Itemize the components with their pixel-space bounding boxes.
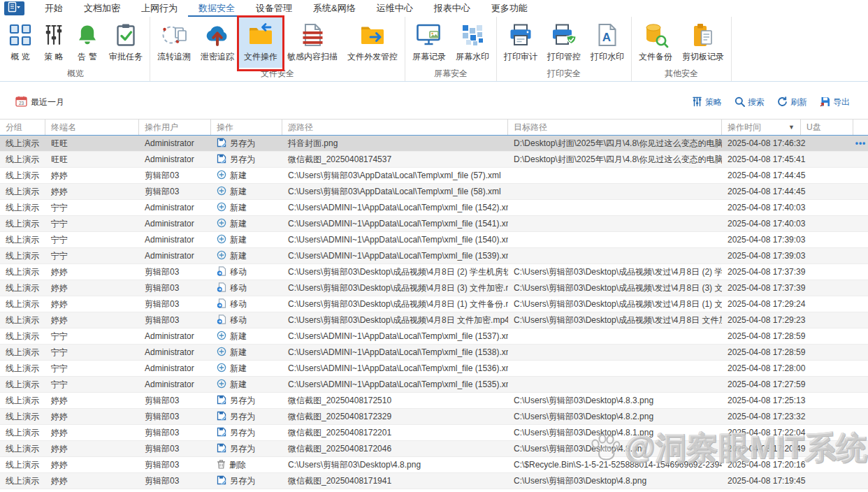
table-row[interactable]: 线上演示婷婷剪辑部03删除C:\Users\剪辑部03\Desktop\4.8.…	[0, 457, 868, 473]
ribbon-button-sensitive-scan[interactable]: 敏感内容扫描	[282, 17, 342, 68]
cell-target-path: C:\Users\剪辑部03\Desktop\4.8.png	[508, 441, 722, 456]
toolbar-action-search[interactable]: 搜索	[735, 96, 765, 109]
ribbon-button-file-backup[interactable]: 文件备份	[634, 17, 677, 68]
tab-more-features[interactable]: 更多功能	[481, 0, 538, 17]
cell-target-path: C:\Users\剪辑部03\Desktop\成品视频\发过\4月8日 (2) …	[508, 264, 722, 280]
column-header-operation[interactable]: 操作	[211, 120, 282, 135]
toolbar-action-export[interactable]: 导出	[820, 96, 850, 109]
cell-operation: 新建	[211, 216, 282, 231]
ribbon-button-print-control[interactable]: 打印管控	[542, 17, 586, 68]
table-row[interactable]: 线上演示婷婷剪辑部03新建C:\Users\剪辑部03\AppData\Loca…	[0, 184, 868, 200]
table-row[interactable]: 线上演示婷婷剪辑部03另存为微信截图_20250408172046C:\User…	[0, 441, 868, 457]
ribbon-group-items: 屏幕记录屏幕水印	[407, 17, 494, 68]
ribbon-button-print-watermark[interactable]: A打印水印	[586, 17, 629, 68]
table-row[interactable]: 线上演示宁宁Administrator新建C:\Users\ADMINI~1\A…	[0, 200, 868, 216]
new-icon	[217, 218, 226, 230]
tab-doc-encryption[interactable]: 文档加密	[73, 0, 131, 17]
row-actions-button[interactable]: •••	[853, 136, 868, 151]
column-header-group[interactable]: 分组	[0, 120, 45, 135]
table-row[interactable]: 线上演示宁宁Administrator新建C:\Users\ADMINI~1\A…	[0, 216, 868, 232]
table-row[interactable]: 线上演示旺旺Administrator另存为微信截图_2025040817453…	[0, 152, 868, 168]
table-row[interactable]: 线上演示婷婷剪辑部03另存为微信截图_20250408171941C:\User…	[0, 473, 868, 489]
tab-system-network[interactable]: 系统&网络	[303, 0, 366, 17]
table-row[interactable]: 线上演示宁宁Administrator新建C:\Users\ADMINI~1\A…	[0, 361, 868, 377]
ribbon-group-items: 文件备份剪切板记录	[634, 17, 729, 68]
table-row[interactable]: 线上演示宁宁Administrator新建C:\Users\ADMINI~1\A…	[0, 248, 868, 264]
save-as-icon	[217, 475, 226, 487]
cell-user: Administrator	[139, 345, 211, 360]
table-row[interactable]: 线上演示宁宁Administrator新建C:\Users\ADMINI~1\A…	[0, 345, 868, 361]
ribbon-button-screen-watermark[interactable]: 屏幕水印	[451, 17, 494, 68]
ribbon-group-items: 流转追溯泄密追踪文件操作敏感内容扫描文件外发管控	[152, 17, 403, 68]
cell-time: 2025-04-08 17:40:03	[722, 216, 801, 231]
ribbon-button-leak-trace[interactable]: 泄密追踪	[196, 17, 239, 68]
ribbon-button-screen-record[interactable]: 屏幕记录	[407, 17, 451, 68]
ribbon-button-file-trace[interactable]: 流转追溯	[152, 17, 196, 68]
cell-target-path	[508, 345, 722, 360]
date-range-filter[interactable]: 23 最近一月	[15, 96, 64, 109]
save-as-icon	[217, 395, 226, 407]
operation-label: 新建	[230, 170, 247, 182]
cell-source-path: C:\Users\剪辑部03\Desktop\4.8.png	[282, 457, 508, 472]
column-header-label: 分组	[6, 122, 22, 133]
column-header-actions[interactable]	[853, 120, 868, 135]
column-header-terminal[interactable]: 终端名	[45, 120, 139, 135]
table-row[interactable]: 线上演示婷婷剪辑部03新建C:\Users\剪辑部03\AppData\Loca…	[0, 168, 868, 184]
ribbon-button-approval-tasks[interactable]: 审批任务	[104, 17, 147, 68]
new-icon	[217, 250, 226, 262]
column-header-label: U盘	[806, 122, 821, 133]
column-header-time[interactable]: 操作时间▼	[722, 120, 801, 135]
ribbon-button-clipboard-record[interactable]: 剪切板记录	[677, 17, 729, 68]
filter-arrow-icon[interactable]: ▼	[786, 124, 795, 131]
operation-label: 另存为	[230, 427, 255, 439]
table-row[interactable]: 线上演示婷婷剪辑部03移动C:\Users\剪辑部03\Desktop\成品视频…	[0, 280, 868, 296]
column-header-user[interactable]: 操作用户	[139, 120, 211, 135]
table-row[interactable]: 线上演示婷婷剪辑部03移动C:\Users\剪辑部03\Desktop\成品视频…	[0, 264, 868, 280]
cell-terminal: 宁宁	[45, 361, 139, 376]
cell-target-path	[508, 248, 722, 263]
column-header-source-path[interactable]: 源路径	[282, 120, 508, 135]
ribbon-group-label: 屏幕安全	[407, 68, 494, 81]
tab-ops-center[interactable]: 运维中心	[366, 0, 424, 17]
column-header-target-path[interactable]: 目标路径	[508, 120, 722, 135]
ribbon-button-file-outgoing[interactable]: 文件外发管控	[342, 17, 403, 68]
table-row[interactable]: 线上演示婷婷剪辑部03移动C:\Users\剪辑部03\Desktop\成品视频…	[0, 296, 868, 312]
table-row-partial[interactable]: 线上演示婷婷剪辑部03	[0, 489, 868, 492]
table-row[interactable]: 线上演示婷婷剪辑部03另存为微信截图_20250408172201C:\User…	[0, 425, 868, 441]
table-row[interactable]: 线上演示宁宁Administrator新建C:\Users\ADMINI~1\A…	[0, 328, 868, 345]
tab-report-center[interactable]: 报表中心	[424, 0, 481, 17]
table-row[interactable]: 线上演示旺旺Administrator另存为抖音封面.pngD:\Desktop…	[0, 136, 868, 152]
cell-source-path: C:\Users\ADMINI~1\AppData\Local\Temp\xml…	[282, 200, 508, 215]
date-range-label: 最近一月	[31, 96, 64, 108]
toolbar-action-policy[interactable]: 策略	[692, 96, 722, 109]
table-row[interactable]: 线上演示宁宁Administrator新建C:\Users\ADMINI~1\A…	[0, 232, 868, 248]
tab-web-behavior[interactable]: 上网行为	[131, 0, 188, 17]
toolbar-action-refresh[interactable]: 刷新	[777, 96, 807, 109]
sliders-small-icon	[692, 96, 702, 109]
cell-target-path: D:\Desktop\封面\2025年\四月\4.8\你见过这么变态的电脑监..…	[508, 136, 722, 151]
cell-usb	[801, 328, 853, 344]
ribbon-button-policy[interactable]: 策 略	[37, 17, 71, 68]
ribbon-button-alarm[interactable]: 告 警	[71, 17, 104, 68]
ribbon-button-file-operation[interactable]: 文件操作	[239, 17, 282, 68]
ribbon-button-overview[interactable]: 概 览	[3, 17, 37, 68]
table-row[interactable]: 线上演示宁宁Administrator新建C:\Users\ADMINI~1\A…	[0, 377, 868, 393]
column-header-usb[interactable]: U盘	[801, 120, 853, 135]
tab-start[interactable]: 开始	[34, 0, 73, 17]
tab-data-security[interactable]: 数据安全	[188, 0, 245, 17]
ribbon-button-print-audit[interactable]: 打印审计	[499, 17, 542, 68]
app-menu-button[interactable]	[4, 1, 24, 15]
operation-label: 另存为	[230, 411, 255, 423]
cell-actions	[853, 328, 868, 344]
save-as-icon	[217, 443, 226, 455]
tab-device-mgmt[interactable]: 设备管理	[245, 0, 303, 17]
cell-source-path: C:\Users\ADMINI~1\AppData\Local\Temp\xml…	[282, 361, 508, 376]
cell-user: Administrator	[139, 232, 211, 247]
table-row[interactable]: 线上演示婷婷剪辑部03移动C:\Users\剪辑部03\Desktop\成品视频…	[0, 312, 868, 328]
table-row[interactable]: 线上演示婷婷剪辑部03另存为微信截图_20250408172510C:\User…	[0, 393, 868, 409]
cell-operation: 新建	[211, 232, 282, 247]
cell-actions	[853, 409, 868, 424]
cell-actions	[853, 232, 868, 247]
table-row[interactable]: 线上演示婷婷剪辑部03另存为微信截图_20250408172329C:\User…	[0, 409, 868, 425]
cell-time: 2025-04-08 17:20:16	[722, 457, 801, 472]
